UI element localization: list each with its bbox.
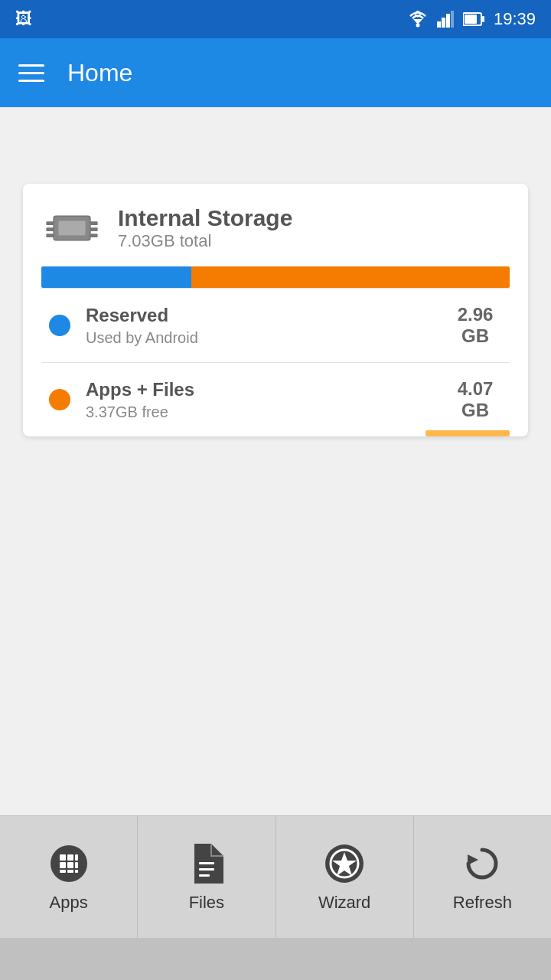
- svg-rect-26: [67, 870, 73, 873]
- svg-rect-15: [90, 221, 98, 225]
- nav-item-apps[interactable]: Apps: [0, 816, 138, 938]
- storage-rows: Reserved Used by Android 2.96 GB Apps + …: [41, 288, 510, 436]
- apps-files-row: Apps + Files 3.37GB free 4.07 GB: [41, 362, 510, 436]
- apps-files-dot: [49, 389, 70, 410]
- nav-item-files[interactable]: Files: [138, 816, 276, 938]
- storage-info: Internal Storage 7.03GB total: [118, 205, 292, 251]
- apps-files-label: Apps + Files: [86, 379, 441, 400]
- refresh-icon: [461, 842, 504, 885]
- system-bar: [0, 938, 551, 980]
- svg-rect-30: [199, 874, 210, 877]
- svg-rect-8: [482, 16, 484, 22]
- page-title: Home: [67, 59, 132, 87]
- hamburger-menu-button[interactable]: [18, 64, 44, 82]
- apps-files-info: Apps + Files 3.37GB free: [86, 379, 441, 421]
- status-bar-left: 🖼: [15, 9, 399, 29]
- storage-header: Internal Storage 7.03GB total: [41, 205, 510, 251]
- battery-icon: [463, 12, 484, 26]
- svg-rect-25: [60, 870, 66, 873]
- refresh-label: Refresh: [453, 893, 512, 913]
- status-bar: 🖼 19:39: [0, 0, 551, 38]
- svg-rect-14: [46, 234, 54, 237]
- storage-total: 7.03GB total: [118, 231, 292, 251]
- storage-card: Internal Storage 7.03GB total Reserved U…: [23, 184, 528, 436]
- svg-marker-34: [468, 854, 478, 865]
- progress-bar-blue: [41, 266, 191, 288]
- gallery-icon: 🖼: [15, 9, 32, 29]
- svg-rect-27: [75, 870, 78, 873]
- svg-rect-28: [199, 862, 214, 864]
- svg-rect-17: [90, 234, 98, 237]
- svg-rect-24: [75, 862, 78, 868]
- svg-rect-23: [67, 862, 73, 868]
- reserved-sublabel: Used by Android: [86, 329, 441, 347]
- apps-icon: [47, 842, 90, 885]
- svg-rect-5: [446, 14, 450, 28]
- svg-rect-12: [46, 221, 54, 225]
- storage-chip-icon: [41, 205, 103, 251]
- wifi-icon: [408, 11, 428, 28]
- app-bar: Home: [0, 38, 551, 107]
- nav-item-wizard[interactable]: Wizard: [276, 816, 414, 938]
- svg-rect-29: [199, 868, 214, 871]
- wizard-icon: [323, 842, 366, 885]
- reserved-row: Reserved Used by Android 2.96 GB: [41, 288, 510, 362]
- reserved-info: Reserved Used by Android: [86, 305, 441, 347]
- progress-bar-orange: [191, 266, 510, 288]
- status-time: 19:39: [494, 9, 536, 29]
- svg-rect-3: [437, 21, 441, 28]
- svg-rect-19: [60, 854, 66, 861]
- apps-files-sublabel: 3.37GB free: [86, 403, 441, 421]
- files-icon: [185, 842, 228, 885]
- apps-files-size: 4.07 GB: [441, 378, 510, 421]
- nav-item-refresh[interactable]: Refresh: [414, 816, 551, 938]
- svg-rect-4: [442, 18, 445, 28]
- apps-label: Apps: [50, 893, 88, 913]
- storage-title: Internal Storage: [118, 205, 292, 231]
- svg-rect-6: [451, 11, 454, 28]
- svg-rect-16: [90, 227, 98, 231]
- svg-rect-9: [465, 15, 477, 24]
- main-content: Internal Storage 7.03GB total Reserved U…: [0, 107, 551, 815]
- svg-rect-20: [67, 854, 73, 861]
- svg-rect-22: [60, 862, 66, 868]
- svg-point-1: [416, 24, 419, 28]
- reserved-label: Reserved: [86, 305, 441, 326]
- mini-orange-bar: [425, 430, 510, 436]
- svg-rect-21: [75, 854, 78, 861]
- svg-rect-11: [58, 220, 85, 235]
- bottom-nav: Apps Files Wizard: [0, 815, 551, 938]
- storage-progress-bar: [41, 266, 510, 288]
- reserved-size: 2.96 GB: [441, 304, 510, 347]
- files-label: Files: [189, 893, 224, 913]
- reserved-dot: [49, 315, 70, 336]
- svg-rect-13: [46, 227, 54, 231]
- wizard-label: Wizard: [318, 893, 370, 913]
- signal-icon: [437, 11, 454, 28]
